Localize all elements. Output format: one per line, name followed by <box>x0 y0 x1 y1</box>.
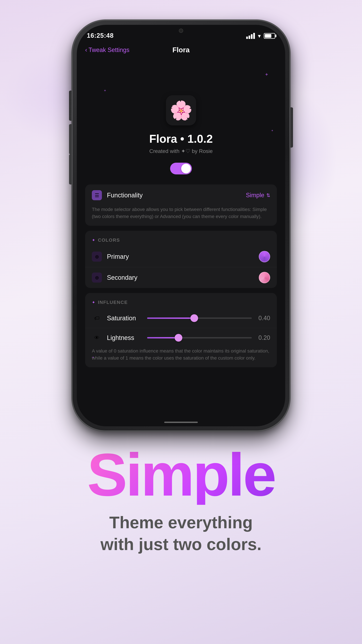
app-name: Flora • 1.0.2 <box>149 132 213 145</box>
bottom-text-section: Simple Theme everything with just two co… <box>74 444 288 555</box>
lightness-thumb[interactable] <box>175 334 182 342</box>
subtitle-line2: with just two colors. <box>100 535 261 554</box>
secondary-color-swatch[interactable] <box>259 272 270 283</box>
scroll-content: 🌸 Flora • 1.0.2 Created with ✦♡ by Rosie <box>77 25 285 382</box>
influence-section: ✦ INFLUENCE 🏷 Saturation <box>85 293 277 367</box>
primary-color-row[interactable]: ⊕ Primary <box>85 246 277 267</box>
camera <box>179 28 183 33</box>
saturation-value: 0.40 <box>255 314 270 322</box>
lightness-row: 👁 Lightness 0.20 <box>85 328 277 348</box>
saturation-thumb[interactable] <box>190 314 198 322</box>
colors-header: ✦ COLORS <box>85 231 277 246</box>
saturation-row: 🏷 Saturation 0.40 <box>85 308 277 328</box>
secondary-color-row[interactable]: ⊕ Secondary <box>85 267 277 288</box>
screen-content: 16:25:48 ▾ <box>77 25 285 426</box>
battery-icon <box>264 33 275 39</box>
notch <box>152 25 210 36</box>
primary-color-swatch[interactable] <box>259 251 270 262</box>
lightness-value: 0.20 <box>255 334 270 341</box>
colors-section: ✦ COLORS ⊕ Primary ⊕ <box>85 231 277 288</box>
secondary-label: Secondary <box>107 274 259 281</box>
influence-header: ✦ INFLUENCE <box>85 293 277 308</box>
functionality-value[interactable]: Simple ⇅ <box>246 192 270 199</box>
subtitle-line1: Theme everything <box>109 513 253 532</box>
back-label: Tweak Settings <box>88 46 129 54</box>
saturation-slider[interactable] <box>147 318 252 319</box>
app-section: 🌸 Flora • 1.0.2 Created with ✦♡ by Rosie <box>85 95 277 184</box>
lightness-fill <box>147 337 178 338</box>
toggle-knob <box>181 164 191 174</box>
primary-icon: ⊕ <box>92 252 102 262</box>
functionality-icon: ☰ <box>92 190 102 200</box>
functionality-section: ☰ Functionality Simple ⇅ The mode select… <box>85 184 277 226</box>
saturation-fill <box>147 318 194 319</box>
status-time: 16:25:48 <box>87 32 114 39</box>
wifi-icon: ▾ <box>258 32 261 39</box>
lightness-icon: 👁 <box>92 333 102 343</box>
star-icon: ✦ <box>92 238 95 242</box>
star-deco-1: ✦ <box>265 72 269 77</box>
star-icon-2: ✦ <box>92 300 95 305</box>
page-title: Flora <box>172 46 190 54</box>
enable-toggle[interactable] <box>170 163 192 174</box>
signal-icon <box>246 33 255 39</box>
lightness-slider[interactable] <box>147 337 252 338</box>
functionality-label: Functionality <box>107 192 246 199</box>
status-icons: ▾ <box>246 32 275 39</box>
big-title: Simple <box>87 444 275 505</box>
star-deco-2: ✦ <box>104 88 106 92</box>
phone-screen: 16:25:48 ▾ <box>77 25 285 426</box>
chevron-left-icon: ‹ <box>85 46 87 54</box>
secondary-icon: ⊕ <box>92 272 102 282</box>
phone-frame: 16:25:48 ▾ <box>72 20 290 431</box>
phone-mockup: 16:25:48 ▾ <box>72 20 290 431</box>
star-deco-4: ✦ <box>92 356 94 359</box>
app-icon: 🌸 <box>166 95 196 126</box>
lightness-label: Lightness <box>107 334 144 342</box>
functionality-row[interactable]: ☰ Functionality Simple ⇅ <box>85 184 277 206</box>
app-credits: Created with ✦♡ by Rosie <box>149 148 213 154</box>
colors-section-title: COLORS <box>98 238 120 243</box>
toggle-switch[interactable] <box>170 163 192 174</box>
star-deco-3: ✦ <box>271 129 274 132</box>
influence-section-title: INFLUENCE <box>98 300 128 305</box>
home-indicator <box>164 422 198 423</box>
primary-label: Primary <box>107 253 259 260</box>
saturation-icon: 🏷 <box>92 313 102 323</box>
functionality-description: The mode selector above allows you to pi… <box>85 206 277 226</box>
sort-icon: ⇅ <box>266 192 270 198</box>
subtitle-text: Theme everything with just two colors. <box>100 512 261 555</box>
back-button[interactable]: ‹ Tweak Settings <box>85 46 129 54</box>
nav-header: ‹ Tweak Settings Flora <box>77 42 285 58</box>
influence-description: A value of 0 saturation influence means … <box>85 348 277 367</box>
saturation-label: Saturation <box>107 314 144 322</box>
